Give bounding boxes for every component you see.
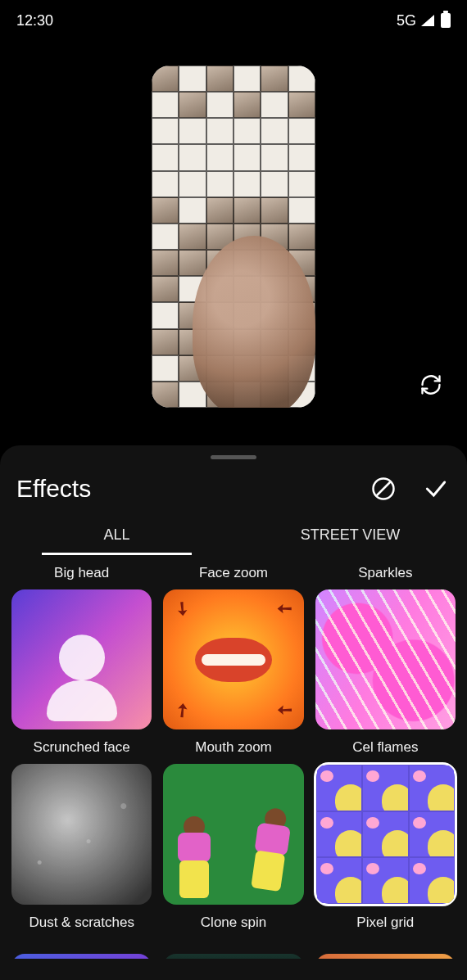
effect-label-sparkles: Sparkles: [315, 562, 456, 589]
effect-next-2[interactable]: [163, 954, 303, 959]
arrow-icon: ➚: [272, 698, 297, 724]
tab-all[interactable]: ALL: [0, 518, 234, 555]
effect-label-mouth-zoom: Mouth zoom: [163, 736, 303, 764]
panel-actions: [369, 474, 451, 504]
lips-icon: [195, 638, 272, 682]
arrow-icon: ➚: [170, 698, 195, 724]
effects-label-row-1: Scrunched face Mouth zoom Cel flames: [11, 736, 456, 764]
refresh-icon: [419, 373, 442, 396]
effects-panel: Effects ALL STREET VIEW Big head Face zo…: [0, 445, 467, 980]
effect-label-clone-spin: Clone spin: [163, 911, 303, 939]
svg-line-1: [376, 481, 391, 496]
effects-label-row-0: Big head Face zoom Sparkles: [11, 562, 456, 589]
panel-header: Effects: [0, 459, 467, 512]
category-tabs: ALL STREET VIEW: [0, 512, 467, 555]
status-right: 5G: [397, 12, 451, 29]
effect-clone-spin[interactable]: [163, 764, 303, 904]
status-time: 12:30: [16, 12, 53, 29]
ban-icon: [371, 476, 396, 501]
clone-person-icon: [244, 806, 297, 892]
tab-street-view[interactable]: STREET VIEW: [234, 518, 467, 555]
clone-person-icon: [173, 816, 215, 898]
effect-label-big-head: Big head: [11, 562, 152, 589]
effect-label-cel-flames: Cel flames: [315, 736, 456, 764]
effect-next-3[interactable]: [315, 954, 456, 959]
switch-camera-button[interactable]: [416, 370, 446, 400]
panel-title: Effects: [16, 475, 91, 503]
effects-label-row-2: Dust & scratches Clone spin Pixel grid: [11, 911, 456, 939]
effect-pixel-grid[interactable]: [315, 764, 456, 904]
check-icon: [423, 476, 449, 502]
effect-label-pixel-grid: Pixel grid: [315, 911, 456, 939]
effects-thumb-row-2: [11, 764, 456, 904]
battery-icon: [441, 13, 451, 28]
camera-preview-area: [0, 41, 467, 416]
effect-label-scrunched-face: Scrunched face: [11, 736, 152, 764]
arrow-icon: ➘: [272, 595, 297, 621]
signal-icon: [421, 15, 434, 26]
network-label: 5G: [397, 12, 416, 29]
confirm-button[interactable]: [421, 474, 451, 504]
effects-thumb-row-1: ➘ ➘ ➚ ➚: [11, 589, 456, 729]
effect-cel-flames[interactable]: [315, 589, 456, 729]
effect-label-face-zoom: Face zoom: [163, 562, 303, 589]
effects-thumb-row-3-partial: [11, 954, 456, 959]
effects-scroll[interactable]: Big head Face zoom Sparkles ➘ ➘ ➚ ➚ Scru…: [0, 555, 467, 959]
pixel-grid-effect-overlay: [152, 65, 315, 408]
effect-next-1[interactable]: [11, 954, 152, 959]
effect-scrunched-face[interactable]: [11, 589, 152, 729]
clear-effect-button[interactable]: [369, 474, 398, 504]
preview-viewport[interactable]: [152, 65, 315, 408]
effect-dust-scratches[interactable]: [11, 764, 152, 904]
effect-mouth-zoom[interactable]: ➘ ➘ ➚ ➚: [163, 589, 303, 729]
arrow-icon: ➘: [170, 595, 195, 621]
status-bar: 12:30 5G: [0, 0, 467, 41]
effect-label-dust-scratches: Dust & scratches: [11, 911, 152, 939]
